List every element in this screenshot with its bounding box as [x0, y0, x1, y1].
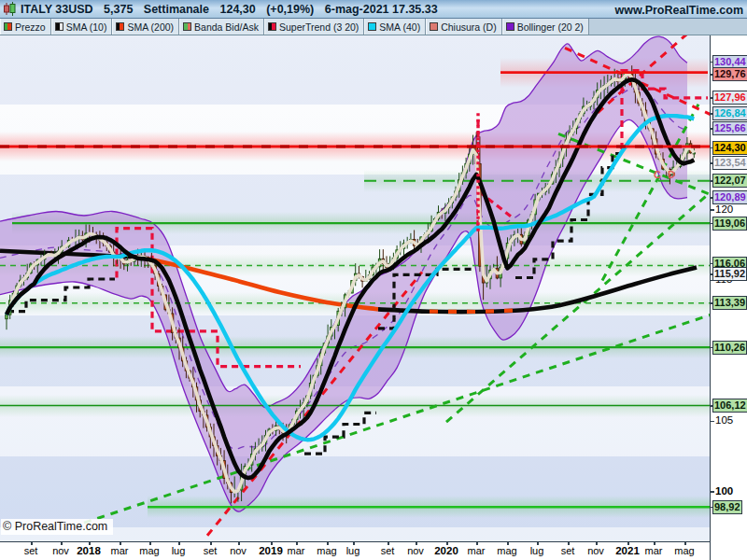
time-axis-label: nov — [52, 545, 69, 556]
price-axis-label: 100 — [715, 485, 733, 497]
price-level-label: 119,06 — [712, 217, 747, 231]
legend-item[interactable]: SuperTrend (3 20) — [264, 19, 364, 35]
legend-item[interactable]: SMA (10) — [51, 19, 113, 35]
time-axis-label: nov — [407, 545, 424, 556]
time-axis-label: mag — [674, 545, 694, 556]
legend-swatch-icon — [268, 22, 276, 31]
time-axis-label: mag — [317, 545, 336, 556]
time-axis[interactable]: setnov2018marmaglugsetnov2019marmaglugse… — [0, 541, 710, 560]
time-axis-label: lug — [172, 545, 186, 556]
time-axis-label: mag — [139, 545, 159, 556]
time-axis-label: mar — [288, 545, 305, 556]
quote-datetime: 6-mag-2021 17.35.33 — [325, 3, 438, 16]
time-axis-label: nov — [587, 545, 604, 556]
time-axis-label: 2020 — [434, 545, 458, 556]
chart-area[interactable]: C D © ProRealTime.com — [0, 35, 710, 541]
last-price: 124,30 — [219, 3, 255, 16]
price-level-label: 98,92 — [712, 500, 742, 514]
legend-swatch-icon — [368, 22, 376, 31]
price-level-label: 129,76 — [712, 67, 747, 81]
legend-label: SMA (40) — [379, 21, 420, 33]
legend-label: SMA (200) — [127, 21, 174, 33]
legend-swatch-icon — [506, 22, 514, 31]
website-label: www.ProRealTime.com — [614, 1, 747, 18]
candlestick-logo-icon — [3, 2, 17, 16]
price-level-label: 126,84 — [712, 106, 747, 120]
legend-label: Prezzo — [15, 21, 46, 33]
legend-item[interactable]: Banda Bid/Ask — [179, 19, 264, 35]
legend-item[interactable]: SMA (40) — [364, 19, 426, 35]
price-level-label: 106,12 — [712, 399, 747, 413]
price-axis-label: 120 — [715, 203, 733, 215]
legend-label: Chiusura (D) — [441, 21, 497, 33]
time-axis-label: lug — [530, 545, 544, 556]
legend-label: SuperTrend (3 20) — [279, 21, 359, 33]
legend-label: SMA (10) — [66, 21, 107, 33]
time-axis-label: set — [24, 545, 38, 556]
time-axis-label: set — [561, 545, 575, 556]
price-level-label: 120,89 — [712, 190, 747, 204]
price-axis[interactable]: 120115105100130,44129,76127,96126,84125,… — [710, 35, 747, 560]
price-level-label: 113,39 — [712, 296, 747, 310]
instrument-name: ITALY 33USD — [21, 3, 93, 16]
price-level-label: 124,30 — [712, 141, 747, 155]
instrument-value: 5,375 — [104, 3, 133, 16]
legend-swatch-icon — [116, 22, 124, 31]
legend-swatch-icon — [55, 22, 63, 31]
legend-label: Bollinger (20 2) — [517, 21, 584, 33]
time-axis-label: 2021 — [615, 545, 640, 556]
legend-swatch-icon — [183, 22, 191, 31]
time-axis-label: mar — [111, 545, 129, 556]
chart-canvas[interactable] — [0, 35, 710, 541]
indicator-legend-bar: PrezzoSMA (10)SMA (200)Banda Bid/AskSupe… — [0, 19, 747, 35]
chiusura-d-tag: C D — [654, 169, 677, 180]
legend-item[interactable]: Bollinger (20 2) — [502, 19, 589, 35]
price-level-label: 125,66 — [712, 121, 747, 135]
price-level-label: 127,96 — [712, 91, 747, 105]
change-percent: (+0,19%) — [266, 3, 314, 16]
price-level-label: 123,54 — [712, 156, 747, 170]
legend-swatch-icon — [430, 22, 438, 31]
legend-item[interactable]: Prezzo — [0, 19, 51, 35]
legend-swatch-icon — [4, 22, 12, 31]
legend-label: Banda Bid/Ask — [194, 21, 259, 33]
time-axis-label: mar — [468, 545, 486, 556]
time-axis-label: nov — [230, 545, 247, 556]
time-axis-label: 2018 — [77, 545, 101, 556]
price-axis-label: 105 — [715, 414, 733, 426]
legend-item[interactable]: SMA (200) — [112, 19, 179, 35]
price-level-label: 122,07 — [712, 174, 747, 188]
title-left: ITALY 33USD 5,375 Settimanale 124,30 (+0… — [0, 2, 614, 16]
time-axis-label: set — [381, 545, 395, 556]
time-axis-label: lug — [346, 545, 360, 556]
price-level-label: 115,92 — [712, 267, 747, 281]
time-axis-label: 2019 — [259, 545, 283, 556]
time-axis-label: set — [204, 545, 218, 556]
title-bar: ITALY 33USD 5,375 Settimanale 124,30 (+0… — [0, 0, 747, 19]
time-axis-label: mag — [497, 545, 516, 556]
legend-item[interactable]: Chiusura (D) — [426, 19, 502, 35]
time-axis-label: mar — [645, 545, 663, 556]
price-level-label: 110,26 — [712, 341, 747, 355]
proealtime-window: ITALY 33USD 5,375 Settimanale 124,30 (+0… — [0, 0, 747, 560]
watermark: © ProRealTime.com — [1, 519, 113, 535]
timeframe-label: Settimanale — [144, 3, 209, 16]
